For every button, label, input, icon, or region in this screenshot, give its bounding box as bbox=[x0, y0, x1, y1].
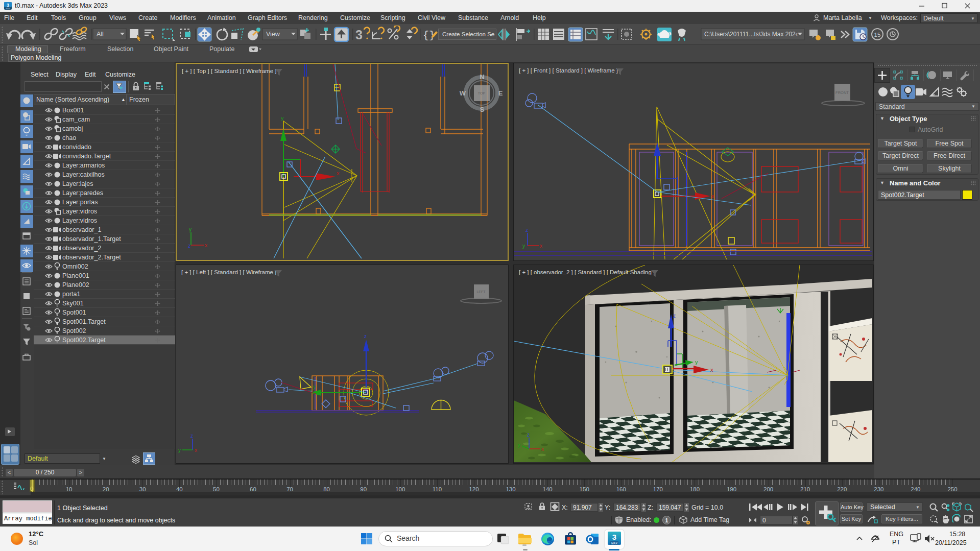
svg-text:x: x bbox=[337, 170, 340, 176]
svg-text:3: 3 bbox=[7, 3, 9, 8]
svg-text:3: 3 bbox=[612, 533, 616, 541]
svg-text:S: S bbox=[480, 106, 485, 113]
svg-text:LEFT: LEFT bbox=[476, 290, 486, 294]
svg-text:z: z bbox=[527, 432, 530, 438]
svg-text:y: y bbox=[178, 447, 181, 453]
svg-text:FRONT: FRONT bbox=[835, 90, 849, 95]
svg-text:y: y bbox=[313, 384, 316, 390]
svg-text:TOP: TOP bbox=[478, 91, 486, 95]
svg-text:z: z bbox=[673, 313, 676, 319]
svg-text:x: x bbox=[710, 367, 713, 373]
svg-text:x: x bbox=[711, 193, 714, 199]
svg-text:C:\Users\201111...ts\3ds Max 2: C:\Users\201111...ts\3ds Max 202‹ bbox=[704, 31, 798, 38]
svg-text:x: x bbox=[540, 243, 542, 249]
svg-text:View: View bbox=[266, 31, 280, 38]
svg-text:All: All bbox=[97, 31, 104, 38]
svg-text:x: x bbox=[195, 447, 197, 453]
svg-text:y: y bbox=[189, 227, 192, 232]
svg-text:z: z bbox=[525, 227, 528, 233]
svg-text:z: z bbox=[188, 243, 190, 249]
svg-text:z: z bbox=[364, 333, 367, 339]
svg-text:z: z bbox=[190, 433, 193, 439]
svg-text:15: 15 bbox=[874, 32, 881, 38]
svg-text:3: 3 bbox=[355, 28, 363, 42]
svg-text:E: E bbox=[498, 89, 503, 97]
svg-text:y: y bbox=[281, 115, 284, 121]
svg-text:x: x bbox=[541, 446, 544, 452]
svg-text:MAX: MAX bbox=[611, 542, 618, 545]
svg-text:MAX: MAX bbox=[6, 8, 10, 10]
svg-text:y: y bbox=[695, 359, 698, 365]
svg-text:x: x bbox=[205, 243, 207, 248]
svg-text:W: W bbox=[460, 89, 466, 97]
svg-text:y: y bbox=[518, 442, 520, 448]
svg-text:y: y bbox=[522, 243, 525, 249]
svg-text:N: N bbox=[480, 73, 484, 81]
